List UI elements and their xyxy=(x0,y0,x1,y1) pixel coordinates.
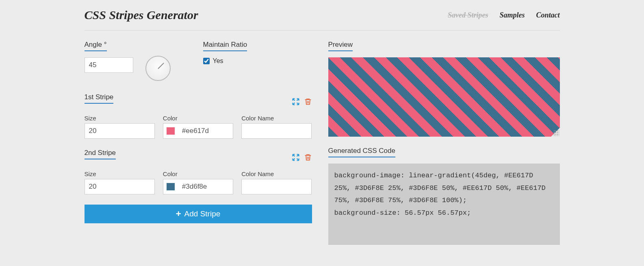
trash-icon[interactable] xyxy=(304,98,312,106)
expand-icon[interactable] xyxy=(292,153,300,161)
color-label: Color xyxy=(163,170,233,177)
stripe-2-title: 2nd Stripe xyxy=(85,149,116,159)
maintain-ratio-yes: Yes xyxy=(213,57,223,65)
plus-icon: + xyxy=(176,209,181,218)
maintain-ratio-label: Maintain Ratio xyxy=(203,41,247,51)
angle-input[interactable] xyxy=(85,57,133,73)
size-label: Size xyxy=(85,115,155,122)
stripe-2-color-name-input[interactable] xyxy=(241,179,312,194)
preview-label: Preview xyxy=(328,41,353,51)
nav-samples[interactable]: Samples xyxy=(499,11,525,20)
preview-box xyxy=(328,57,560,137)
stripe-1-color-input[interactable] xyxy=(178,124,230,138)
nav-contact[interactable]: Contact xyxy=(536,11,559,20)
nav-saved-stripes[interactable]: Saved Stripes xyxy=(448,11,488,20)
color-label: Color xyxy=(163,115,233,122)
stripe-1-color-name-input[interactable] xyxy=(241,123,312,139)
stripe-1-color-swatch[interactable] xyxy=(167,127,175,135)
stripe-2-size-input[interactable] xyxy=(85,179,155,194)
stripe-1-title: 1st Stripe xyxy=(85,93,114,104)
expand-icon[interactable] xyxy=(292,98,300,106)
stripe-1-size-input[interactable] xyxy=(85,123,155,139)
generated-code-label: Generated CSS Code xyxy=(328,147,395,157)
stripe-2-color-swatch[interactable] xyxy=(167,183,175,190)
trash-icon[interactable] xyxy=(304,153,312,161)
size-label: Size xyxy=(85,170,155,177)
resize-handle-icon[interactable] xyxy=(551,128,560,137)
generated-css-code[interactable]: background-image: linear-gradient(45deg,… xyxy=(328,164,560,245)
stripe-2-color-input[interactable] xyxy=(178,179,230,194)
color-name-label: Color Name xyxy=(241,170,312,177)
add-stripe-button[interactable]: + Add Stripe xyxy=(85,205,312,223)
angle-label: Angle ° xyxy=(85,41,107,51)
top-nav: Saved Stripes Samples Contact xyxy=(448,11,560,20)
maintain-ratio-checkbox[interactable] xyxy=(203,58,210,64)
color-name-label: Color Name xyxy=(241,115,312,122)
page-title: CSS Stripes Generator xyxy=(85,8,198,22)
angle-dial[interactable] xyxy=(145,56,171,81)
